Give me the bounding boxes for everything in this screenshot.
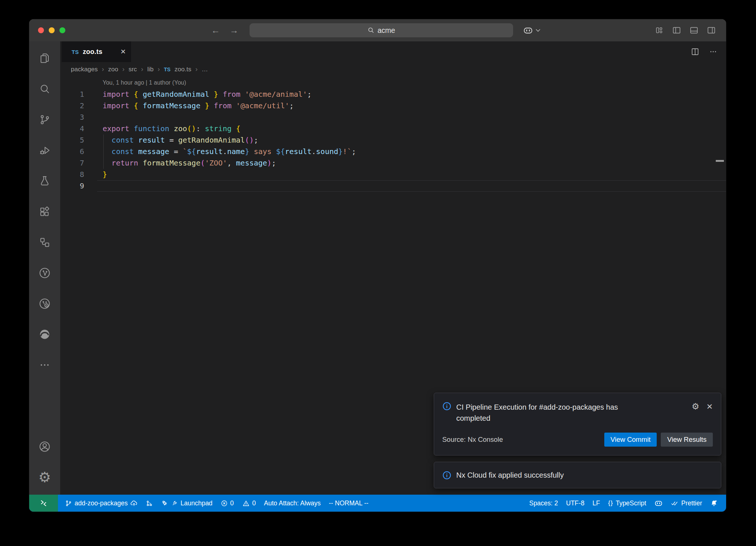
statusbar-formatter[interactable]: Prettier <box>667 495 706 512</box>
statusbar-problems[interactable]: 0 0 <box>217 495 260 512</box>
remote-icon <box>39 499 48 507</box>
sidebar-item-edge[interactable] <box>29 319 60 349</box>
sidebar-item-hierarchy[interactable] <box>29 227 60 257</box>
language-label: TypeScript <box>616 499 646 507</box>
toggle-panel-icon[interactable] <box>690 27 698 34</box>
sidebar-item-run-debug[interactable] <box>29 135 60 165</box>
statusbar-launchpad[interactable]: Launchpad <box>157 495 217 512</box>
code-line-2[interactable]: 2import { formatMessage } from '@acme/ut… <box>60 100 726 112</box>
cloud-upload-icon <box>130 500 138 507</box>
copilot-icon <box>523 26 533 35</box>
statusbar-eol[interactable]: LF <box>588 495 604 512</box>
view-results-button[interactable]: View Results <box>661 433 713 447</box>
info-icon <box>442 402 451 411</box>
code-line-4[interactable]: 4export function zoo(): string { <box>60 123 726 134</box>
sidebar-item-source-control[interactable] <box>29 104 60 135</box>
toggle-secondary-sidebar-icon[interactable] <box>707 27 716 34</box>
line-number: 2 <box>60 100 84 112</box>
sidebar-item-more-views[interactable] <box>29 349 60 380</box>
branch-icon <box>65 500 72 507</box>
code-line-5[interactable]: 5 const result = getRandomAnimal(); <box>60 134 726 146</box>
spaces-label: Spaces: 2 <box>529 499 558 507</box>
line-number: 7 <box>60 157 84 169</box>
sidebar-item-search[interactable] <box>29 74 60 104</box>
sidebar-item-account[interactable] <box>29 431 60 462</box>
ellipsis-icon <box>39 359 51 371</box>
gear-icon: ⚙ <box>38 470 51 484</box>
formatter-label: Prettier <box>681 499 702 507</box>
statusbar-notifications-bell[interactable] <box>706 495 722 512</box>
notification-source: Source: Nx Console <box>442 436 503 444</box>
files-icon <box>39 52 51 64</box>
breadcrumb-item[interactable]: src <box>128 66 137 73</box>
line-number: 4 <box>60 123 84 134</box>
remote-indicator[interactable] <box>29 495 58 512</box>
statusbar-encoding[interactable]: UTF-8 <box>562 495 589 512</box>
toggle-primary-sidebar-icon[interactable] <box>672 27 681 34</box>
code-line-6[interactable]: 6 const message = `${result.name} says $… <box>60 146 726 157</box>
statusbar-vim-mode[interactable]: -- NORMAL -- <box>325 495 372 512</box>
statusbar-branch[interactable]: add-zoo-packages <box>61 495 142 512</box>
git-branch-icon <box>39 114 51 126</box>
sidebar-item-nx-console[interactable] <box>29 257 60 288</box>
statusbar-copilot[interactable] <box>650 495 667 512</box>
maximize-window-button[interactable] <box>59 27 65 33</box>
notification-close-icon[interactable]: ✕ <box>706 403 713 410</box>
close-tab-icon[interactable]: ✕ <box>120 48 126 56</box>
sidebar-item-extensions[interactable] <box>29 196 60 227</box>
back-arrow-icon[interactable]: ← <box>211 25 220 35</box>
codelens-blame[interactable]: You, 1 hour ago | 1 author (You) <box>103 79 186 86</box>
tab-zoo-ts[interactable]: TS zoo.ts ✕ <box>62 41 131 62</box>
split-editor-icon[interactable] <box>691 48 699 56</box>
view-commit-button[interactable]: View Commit <box>604 433 657 447</box>
sidebar-item-nx-cloud[interactable] <box>29 288 60 319</box>
sidebar-item-explorer[interactable] <box>29 43 60 74</box>
sidebar-item-settings[interactable]: ⚙ <box>29 462 60 492</box>
code-line-8[interactable]: 8} <box>60 169 726 180</box>
search-value: acme <box>378 26 395 35</box>
extensions-icon <box>39 206 51 218</box>
statusbar-indentation[interactable]: Spaces: 2 <box>525 495 562 512</box>
statusbar-git-graph[interactable] <box>142 495 157 512</box>
breadcrumb-item[interactable]: packages <box>71 66 98 73</box>
customize-layout-icon[interactable] <box>655 27 664 34</box>
code-line-7[interactable]: 7 return formatMessage('ZOO', message); <box>60 157 726 169</box>
tab-bar: TS zoo.ts ✕ <box>60 41 726 62</box>
minimize-window-button[interactable] <box>49 27 55 33</box>
edge-icon <box>38 328 51 341</box>
screen: { "titlebar": { "search_value": "acme" }… <box>0 0 756 546</box>
line-number: 1 <box>60 89 84 100</box>
search-icon <box>368 27 374 34</box>
hierarchy-icon <box>39 236 51 248</box>
statusbar-auto-attach[interactable]: Auto Attach: Always <box>260 495 325 512</box>
sidebar-item-testing[interactable] <box>29 165 60 196</box>
account-icon <box>38 440 51 453</box>
statusbar-language[interactable]: {} TypeScript <box>604 495 650 512</box>
status-bar: add-zoo-packages Launchpad 0 0 Auto Atta… <box>29 495 726 512</box>
more-actions-icon[interactable] <box>709 48 717 56</box>
forward-arrow-icon[interactable]: → <box>230 25 238 35</box>
copilot-menu[interactable] <box>523 19 540 41</box>
window-controls <box>38 27 65 33</box>
code-line-1[interactable]: 1import { getRandomAnimal } from '@acme/… <box>60 89 726 100</box>
run-debug-icon <box>39 144 51 156</box>
breadcrumb-overflow[interactable]: … <box>202 66 208 73</box>
breadcrumb-ts-icon: TS <box>164 66 171 72</box>
close-window-button[interactable] <box>38 27 44 33</box>
code-line-3[interactable]: 3 <box>60 112 726 123</box>
titlebar: ← → acme <box>29 19 726 41</box>
beaker-icon <box>39 175 51 187</box>
command-center-search[interactable]: acme <box>250 23 513 37</box>
vscode-window: ← → acme <box>29 19 726 512</box>
code-line-9[interactable]: 9 <box>60 180 726 192</box>
notification-ci-pipeline: CI Pipeline Execution for #add-zoo-packa… <box>434 393 721 455</box>
breadcrumb-item[interactable]: zoo <box>108 66 118 73</box>
error-icon <box>221 500 228 507</box>
search-view-icon <box>39 83 51 95</box>
breadcrumb-file[interactable]: zoo.ts <box>175 66 191 73</box>
breadcrumb-item[interactable]: lib <box>147 66 154 73</box>
double-check-icon <box>671 500 679 506</box>
notification-settings-icon[interactable]: ⚙ <box>692 402 700 411</box>
git-graph-icon <box>146 500 153 507</box>
ts-file-icon: TS <box>72 49 79 55</box>
